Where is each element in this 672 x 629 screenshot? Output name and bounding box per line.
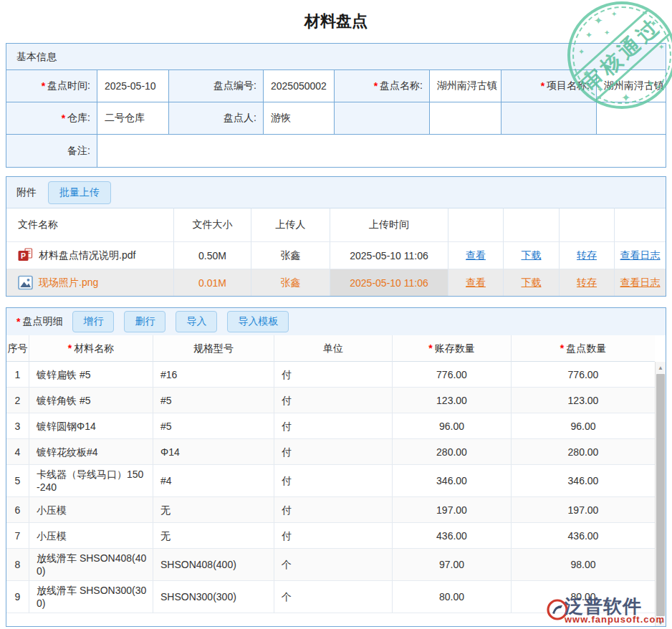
cell-spec-model[interactable]: #16 [153,362,274,388]
inventory-number-label: 盘点编号: [169,70,264,102]
cell-seq: 8 [6,549,29,581]
cell-material-name[interactable]: 小压模 [29,497,153,523]
inventory-name-label: *盘点名称: [335,70,430,102]
cell-book-qty[interactable]: 97.00 [393,549,512,581]
file-size: 0.50M [174,241,251,269]
empty-label-cell [501,102,597,135]
file-action-3-link[interactable]: 查看日志 [620,249,661,262]
cell-count-qty[interactable]: 96.00 [512,413,655,439]
scroll-down-icon[interactable]: ▼ [656,617,666,627]
attachments-title: 附件 [16,186,37,199]
cell-book-qty[interactable]: 436.00 [393,523,512,549]
cell-seq: 7 [6,523,29,549]
detail-row[interactable]: 6小压模无付197.00197.00 [6,497,655,523]
cell-spec-model[interactable]: 无 [153,497,274,523]
cell-material-name[interactable]: 小压模 [29,523,153,549]
cell-count-qty[interactable]: 98.00 [512,549,655,581]
detail-row[interactable]: 7小压模无付436.00436.00 [6,523,655,549]
cell-material-name[interactable]: 放线滑车 SHSON408(400) [29,549,153,581]
cell-material-name[interactable]: 镀锌花纹板#4 [29,439,153,465]
cell-count-qty[interactable]: 436.00 [512,523,655,549]
delete-row-button[interactable]: 删行 [124,311,165,332]
cell-book-qty[interactable]: 96.00 [393,413,512,439]
scrollbar-thumb[interactable] [656,374,665,616]
cell-count-qty[interactable]: 80.00 [512,581,655,613]
cell-book-qty[interactable]: 80.00 [393,581,512,613]
scroll-up-icon[interactable]: ▲ [656,362,666,373]
cell-material-name[interactable]: 放线滑车 SHSON300(300) [29,581,153,613]
import-button[interactable]: 导入 [176,311,217,332]
cell-unit[interactable]: 付 [274,388,393,413]
detail-row[interactable]: 4镀锌花纹板#4Φ14付280.00280.00 [6,439,655,465]
cell-count-qty[interactable]: 346.00 [512,465,655,497]
file-action-0-link[interactable]: 查看 [466,249,486,262]
project-name-value[interactable]: 湖州南浔古镇 [597,70,666,102]
cell-book-qty[interactable]: 776.00 [393,362,512,388]
cell-count-qty[interactable]: 197.00 [512,497,655,523]
file-action-2-link[interactable]: 转存 [577,249,597,262]
file-action-1-link[interactable]: 下载 [522,249,542,262]
inventory-number-value[interactable]: 2025050002 [264,70,335,102]
cell-material-name[interactable]: 卡线器（导线马口）150-240 [29,465,153,497]
file-name[interactable]: 现场照片.png [39,277,98,289]
detail-row[interactable]: 2镀锌角铁 #5#5付123.00123.00 [6,388,655,413]
cell-spec-model[interactable]: #5 [153,413,274,439]
import-template-button[interactable]: 导入模板 [227,311,289,332]
cell-unit[interactable]: 付 [274,523,393,549]
col-material-name: *材料名称 [29,335,153,362]
cell-spec-model[interactable]: #4 [153,465,274,497]
cell-unit[interactable]: 付 [274,465,393,497]
detail-row[interactable]: 5卡线器（导线马口）150-240#4付346.00346.00 [6,465,655,497]
cell-book-qty[interactable]: 346.00 [393,465,512,497]
cell-material-name[interactable]: 镀锌角铁 #5 [29,388,153,413]
cell-book-qty[interactable]: 197.00 [393,497,512,523]
detail-row[interactable]: 3镀锌圆钢Φ14#5付96.0096.00 [6,413,655,439]
cell-count-qty[interactable]: 280.00 [512,439,655,465]
detail-row[interactable]: 1镀锌扁铁 #5#16付776.00776.00 [6,362,655,388]
file-action-3-link[interactable]: 查看日志 [620,277,661,289]
cell-material-name[interactable]: 镀锌扁铁 #5 [29,362,153,388]
attachment-rows: P材料盘点情况说明.pdf0.50M张鑫2025-05-10 11:06查看下载… [6,241,666,296]
attachments-header: 附件 批量上传 [6,177,666,208]
inventory-person-value[interactable]: 游恢 [264,102,335,135]
file-action-2-link[interactable]: 转存 [577,277,597,289]
cell-material-name[interactable]: 镀锌圆钢Φ14 [29,413,153,439]
cell-count-qty[interactable]: 123.00 [512,388,655,413]
inventory-time-value[interactable]: 2025-05-10 [97,70,169,102]
inventory-name-value[interactable]: 湖州南浔古镇 [430,70,501,102]
detail-row[interactable]: 8放线滑车 SHSON408(400)SHSON408(400)个97.0098… [6,549,655,581]
warehouse-label: *仓库: [6,102,97,135]
col-file-size: 文件大小 [174,208,251,241]
cell-spec-model[interactable]: 无 [153,523,274,549]
cell-book-qty[interactable]: 280.00 [393,439,512,465]
batch-upload-button[interactable]: 批量上传 [48,181,111,204]
col-spec-model: 规格型号 [153,335,274,362]
cell-spec-model[interactable]: SHSON300(300) [153,581,274,613]
cell-unit[interactable]: 个 [274,581,393,613]
file-action-1-link[interactable]: 下载 [522,277,542,289]
cell-unit[interactable]: 付 [274,439,393,465]
file-name[interactable]: 材料盘点情况说明.pdf [39,249,135,262]
cell-unit[interactable]: 付 [274,362,393,388]
warehouse-value[interactable]: 二号仓库 [97,102,169,135]
file-action-0-link[interactable]: 查看 [466,277,486,289]
cell-spec-model[interactable]: #5 [153,388,274,413]
cell-count-qty[interactable]: 776.00 [512,362,655,388]
detail-row[interactable]: 9放线滑车 SHSON300(300)SHSON300(300)个80.0080… [6,581,655,613]
cell-unit[interactable]: 付 [274,413,393,439]
add-row-button[interactable]: 增行 [72,311,114,332]
cell-unit[interactable]: 付 [274,497,393,523]
material-inventory-page: 材料盘点 审核通过 ✦✦✦✦✦✦✦✦✦✦✦ 基本信息 *盘点时间: 2025-0… [0,0,672,627]
file-name-cell: 现场照片.png [6,269,174,296]
col-action [448,208,504,241]
attachment-row[interactable]: 现场照片.png0.01M张鑫2025-05-10 11:06查看下载转存查看日… [6,269,666,296]
remark-value[interactable] [97,135,666,167]
table-scrollbar[interactable]: ▲ ▼ [655,362,666,627]
col-action [560,208,615,241]
cell-unit[interactable]: 个 [274,549,393,581]
col-seq: 序号 [6,335,29,362]
cell-spec-model[interactable]: SHSON408(400) [153,549,274,581]
cell-spec-model[interactable]: Φ14 [153,439,274,465]
cell-book-qty[interactable]: 123.00 [393,388,512,413]
attachment-row[interactable]: P材料盘点情况说明.pdf0.50M张鑫2025-05-10 11:06查看下载… [6,241,666,269]
